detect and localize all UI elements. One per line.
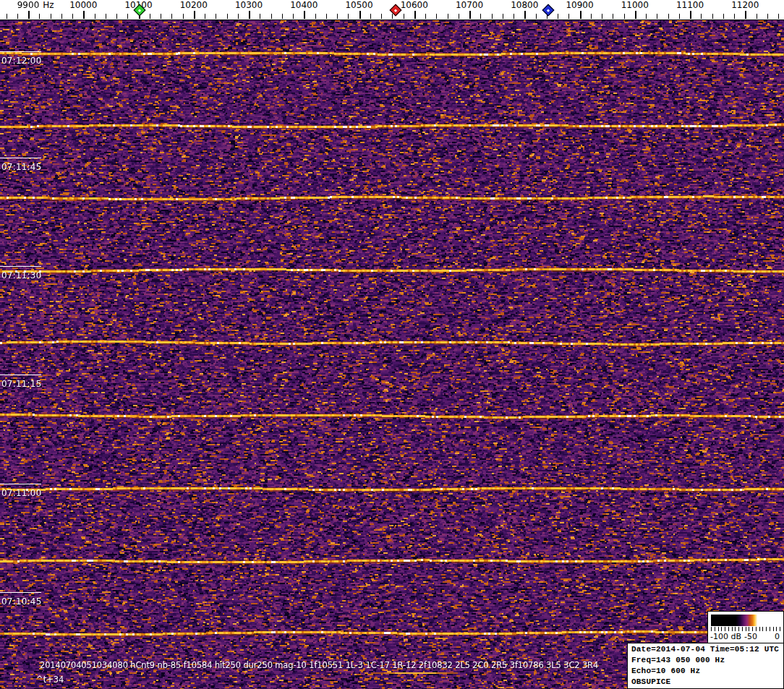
ruler-minor-tick (72, 14, 73, 19)
time-label: 07:11:15 (1, 380, 42, 389)
freq-label: 10300 (235, 0, 263, 10)
colorbar-tick (728, 627, 729, 631)
colorbar-tick (725, 627, 725, 631)
freq-label: 10800 (511, 0, 538, 10)
ruler-minor-tick (591, 14, 592, 19)
ruler-minor-tick (61, 14, 62, 19)
cursor-position-text: ^t+34 (36, 675, 64, 685)
time-tick (0, 51, 41, 52)
colorbar-tick (770, 627, 770, 631)
ruler-minor-tick (503, 14, 503, 19)
ruler-major-tick (635, 11, 636, 19)
ruler-minor-tick (723, 14, 724, 19)
frequency-ruler: 9900100001010010200103001040010500106001… (0, 0, 784, 20)
ruler-minor-tick (613, 14, 613, 19)
ruler-minor-tick (767, 14, 768, 19)
ruler-minor-tick (381, 14, 382, 19)
time-tick (0, 484, 41, 484)
ruler-minor-tick (326, 14, 327, 19)
ruler-minor-tick (337, 14, 338, 19)
ruler-major-tick (469, 11, 471, 19)
ruler-minor-tick (757, 14, 757, 19)
ruler-major-tick (690, 11, 691, 19)
ruler-minor-tick (260, 14, 260, 19)
detection-parameters-text: 20140704051034080 hCnt9 nb-85 f10584 hit… (40, 660, 598, 670)
freq-label: 11100 (676, 0, 704, 10)
meteor-echo-spectrogram-app: 9900100001010010200103001040010500106001… (0, 0, 784, 689)
observation-info-box: Date=2014-07-04 Time=05:12 UTCFreq=143 0… (627, 643, 784, 689)
ruler-major-tick (28, 11, 30, 19)
ruler-minor-tick (624, 14, 625, 19)
ruler-minor-tick (348, 14, 349, 19)
ruler-minor-tick (293, 14, 294, 19)
time-tick (0, 375, 41, 375)
colorbar-tick (776, 627, 777, 631)
ruler-minor-tick (514, 14, 514, 19)
ruler-minor-tick (646, 14, 647, 19)
marker-blue-diamond[interactable] (542, 4, 555, 17)
ruler-minor-tick (51, 14, 51, 19)
freq-label: 10500 (345, 0, 372, 10)
ruler-minor-tick (95, 14, 95, 19)
ruler-major-tick (249, 11, 250, 19)
info-line: Echo=10 600 Hz (631, 666, 783, 677)
colorbar-tick (756, 627, 757, 631)
time-label: 07:11:00 (1, 489, 42, 498)
ruler-minor-tick (668, 14, 669, 19)
ruler-major-tick (524, 11, 526, 19)
colorbar-label: -50 (744, 632, 757, 642)
colorbar-tick (718, 627, 719, 631)
colorbar-tick (711, 627, 712, 631)
freq-label: 10000 (69, 0, 97, 10)
ruler-minor-tick (150, 14, 150, 19)
ruler-minor-tick (778, 14, 779, 19)
ruler-minor-tick (315, 14, 316, 19)
ruler-minor-tick (282, 14, 283, 19)
ruler-minor-tick (370, 14, 371, 19)
colorbar-tick (762, 627, 763, 631)
ruler-major-tick (83, 11, 85, 19)
ruler-major-tick (304, 11, 305, 19)
info-line: Date=2014-07-04 Time=05:12 UTC (631, 644, 783, 655)
colorbar-tick (766, 627, 767, 631)
colorbar-tick (752, 627, 753, 631)
ruler-minor-tick (404, 14, 404, 19)
freq-label: 10400 (290, 0, 318, 10)
freq-label: 11000 (621, 0, 649, 10)
ruler-minor-tick (679, 14, 680, 19)
colorbar-label: 0 (775, 632, 780, 642)
ruler-minor-tick (106, 14, 106, 19)
ruler-minor-tick (492, 14, 493, 19)
ruler-minor-tick (425, 14, 426, 19)
ruler-minor-tick (657, 14, 657, 19)
spectrogram-canvas (0, 20, 784, 689)
ruler-minor-tick (7, 14, 7, 19)
time-label: 07:12:00 (1, 56, 42, 66)
colorbar-tick (746, 627, 746, 631)
ruler-minor-tick (734, 14, 735, 19)
ruler-minor-tick (39, 14, 40, 19)
ruler-minor-tick (271, 14, 272, 19)
ruler-minor-tick (227, 14, 228, 19)
colorbar-tick (715, 627, 715, 631)
ruler-minor-tick (436, 14, 437, 19)
ruler-minor-tick (392, 14, 393, 19)
ruler-minor-tick (17, 14, 18, 19)
colorbar-tick (759, 627, 760, 631)
ruler-minor-tick (127, 14, 128, 19)
freq-label: 10900 (566, 0, 593, 10)
ruler-minor-tick (536, 14, 537, 19)
ruler-minor-tick (238, 14, 239, 19)
freq-label: 9900 (17, 0, 40, 10)
freq-label: 11200 (731, 0, 759, 10)
colorbar-tick (738, 627, 739, 631)
freq-label: 10200 (180, 0, 208, 10)
ruler-minor-tick (116, 14, 117, 19)
colorbar-tick (773, 627, 774, 631)
ruler-minor-tick (701, 14, 702, 19)
colorbar-tick (735, 627, 736, 631)
freq-label: 10700 (456, 0, 483, 10)
ruler-minor-tick (568, 14, 569, 19)
ruler-minor-tick (459, 14, 459, 19)
ruler-minor-tick (712, 14, 713, 19)
